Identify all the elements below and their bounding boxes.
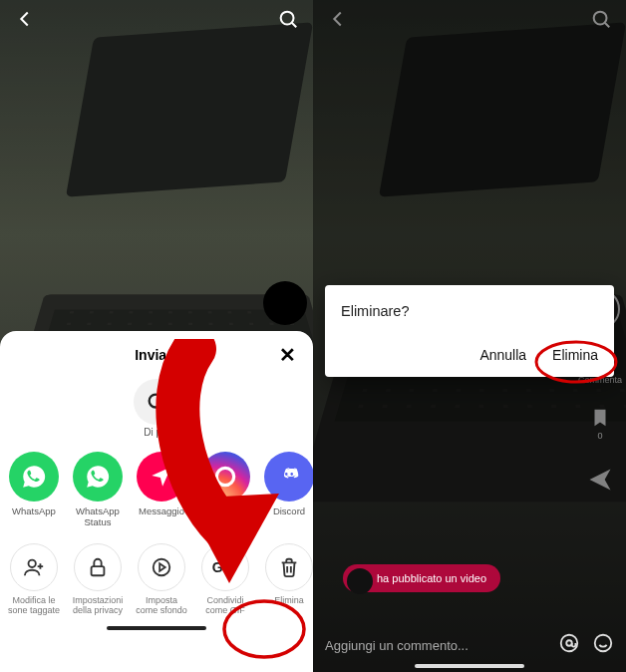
notification-pill[interactable]: ha pubblicato un video — [343, 564, 500, 592]
share-message[interactable]: Messaggio — [134, 452, 189, 527]
more-button[interactable] — [134, 379, 179, 425]
screenshot-left: Invia a ✕ Di più WhatsApp WhatsApp Statu… — [0, 0, 313, 672]
action-label: Imposta come sfondo — [134, 595, 189, 616]
screenshot-right: Commenta 0 ha pubblicato un video Aggiun… — [313, 0, 626, 672]
trash-icon — [265, 543, 313, 591]
app-label: Messaggio — [139, 505, 184, 516]
action-edit-tagged[interactable]: Modifica le sone taggate — [6, 543, 62, 616]
home-indicator — [107, 626, 206, 630]
notification-text: ha pubblicato un video — [377, 572, 486, 584]
app-label: WhatsApp — [12, 505, 56, 516]
stories-icon — [200, 452, 250, 502]
action-label: Elimina — [274, 595, 304, 605]
discord-icon — [264, 452, 313, 502]
message-icon — [137, 452, 186, 502]
svg-point-5 — [154, 559, 170, 576]
svg-rect-4 — [92, 566, 105, 575]
action-label: Impostazioni della privacy — [70, 595, 126, 616]
svg-point-10 — [595, 635, 612, 652]
top-bar — [0, 8, 313, 30]
svg-point-2 — [216, 468, 233, 485]
share-apps-row: WhatsApp WhatsApp Status Messaggio Stori… — [0, 448, 313, 529]
share-whatsapp-status[interactable]: WhatsApp Status — [70, 452, 126, 527]
share-stories[interactable]: Stories — [197, 452, 253, 527]
whatsapp-status-icon — [73, 452, 123, 502]
close-icon[interactable]: ✕ — [275, 343, 299, 367]
more-label: Di più — [0, 427, 313, 438]
search-icon[interactable] — [277, 8, 299, 30]
action-wallpaper[interactable]: Imposta come sfondo — [134, 543, 189, 616]
svg-point-3 — [29, 560, 36, 567]
mention-icon[interactable] — [558, 632, 580, 658]
share-sheet: Invia a ✕ Di più WhatsApp WhatsApp Statu… — [0, 331, 313, 672]
gif-icon: GIF — [201, 543, 249, 591]
app-label: Discord — [273, 505, 305, 516]
home-indicator — [415, 664, 524, 668]
svg-point-1 — [150, 395, 162, 408]
svg-point-0 — [281, 12, 294, 25]
dialog-title: Eliminare? — [341, 303, 598, 319]
play-circle-icon — [138, 543, 185, 591]
comment-input[interactable]: Aggiungi un commento... — [325, 638, 546, 653]
action-privacy[interactable]: Impostazioni della privacy — [70, 543, 126, 616]
person-add-icon — [10, 543, 58, 591]
delete-dialog: Eliminare? Annulla Elimina — [325, 285, 614, 377]
dialog-confirm-button[interactable]: Elimina — [552, 347, 598, 363]
share-discord[interactable]: Discord — [261, 452, 313, 527]
app-label: Stories — [210, 505, 240, 516]
share-sheet-title: Invia a — [135, 347, 178, 363]
share-whatsapp[interactable]: WhatsApp — [6, 452, 62, 527]
emoji-icon[interactable] — [592, 632, 614, 658]
action-label: Modifica le sone taggate — [6, 595, 62, 616]
whatsapp-icon — [9, 452, 59, 502]
profile-avatar[interactable] — [263, 281, 307, 325]
action-delete[interactable]: Elimina — [261, 543, 313, 605]
action-share-gif[interactable]: GIF Condividi come GIF — [197, 543, 253, 616]
share-actions-row: Modifica le sone taggate Impostazioni de… — [0, 529, 313, 616]
dialog-cancel-button[interactable]: Annulla — [479, 347, 526, 363]
app-label: WhatsApp Status — [70, 505, 126, 527]
action-label: Condividi come GIF — [197, 595, 253, 616]
back-icon[interactable] — [14, 8, 36, 30]
lock-icon — [74, 543, 122, 591]
